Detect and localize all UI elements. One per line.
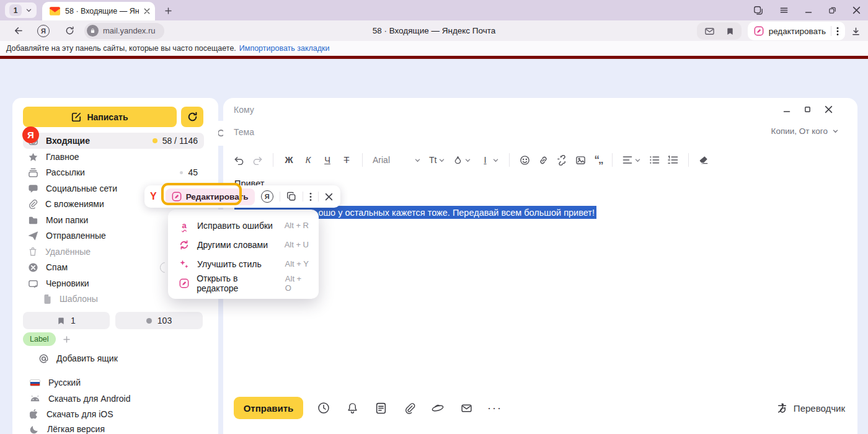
chevron-down-icon — [832, 128, 839, 135]
kebab-icon[interactable] — [309, 192, 312, 202]
menu-item-rephrase[interactable]: Другими словами Alt + U — [168, 235, 319, 254]
light-version-link[interactable]: Лёгкая версия — [30, 422, 105, 434]
yandex-browser-icon[interactable]: Я — [35, 25, 52, 37]
panels-icon[interactable] — [753, 6, 763, 16]
add-mailbox[interactable]: Добавить ящик — [38, 351, 118, 366]
yandex-mail-window: 1 58 · Входящие — Янде Я mail.yandex.ru … — [0, 0, 868, 434]
yandex-search-icon[interactable]: Я — [261, 190, 273, 203]
ios-link[interactable]: Скачать для iOS — [30, 407, 113, 422]
bookmark-icon[interactable] — [726, 27, 734, 35]
compose-button[interactable]: Написать — [23, 107, 177, 127]
ai-edit-button[interactable]: Редактировать — [166, 188, 255, 205]
close-compose-icon[interactable] — [825, 105, 833, 113]
import-bookmarks-link[interactable]: Импортировать закладки — [239, 44, 330, 53]
menu-item-open-editor[interactable]: Открыть в редакторе Alt + O — [168, 273, 319, 293]
font-select[interactable]: Arial — [373, 155, 390, 165]
language-link[interactable]: Русский — [30, 375, 81, 390]
font-chevron-icon[interactable] — [414, 157, 421, 164]
text-color-button[interactable]: I — [479, 155, 499, 165]
folder-newsletters[interactable]: Рассылки 45 — [23, 164, 204, 180]
label-tag[interactable]: Label — [23, 332, 56, 346]
link-icon[interactable] — [538, 155, 549, 166]
formatting-toolbar: Ж К Ч Т Arial Tt I “„ — [234, 149, 709, 171]
download-icon[interactable] — [851, 27, 861, 36]
highlight-color-button[interactable] — [453, 156, 471, 165]
folder-main[interactable]: Главное — [23, 149, 204, 165]
italic-button[interactable]: К — [303, 155, 314, 165]
browser-tab[interactable]: 58 · Входящие — Янде — [42, 2, 155, 20]
unread-counter[interactable]: 103 — [115, 312, 203, 329]
new-tab-button[interactable] — [160, 4, 176, 17]
rephrase-icon — [179, 240, 190, 250]
attach-from-mail-icon[interactable] — [452, 402, 480, 414]
font-size-button[interactable]: Tt — [429, 155, 445, 165]
inbox-count: 58 / 1146 — [162, 136, 198, 146]
add-label-icon[interactable] — [63, 335, 71, 343]
emoji-icon[interactable] — [520, 155, 530, 166]
bookmarks-counter[interactable]: 1 — [23, 312, 110, 329]
notify-icon[interactable] — [338, 402, 366, 414]
attach-file-icon[interactable] — [395, 402, 423, 414]
menu-item-fix-errors[interactable]: а Исправить ошибки Alt + R — [168, 216, 319, 235]
chevron-down-icon[interactable] — [25, 7, 32, 14]
to-field[interactable]: Кому — [234, 105, 254, 115]
strikethrough-button[interactable]: Т — [341, 155, 352, 165]
browser-tab-strip: 1 58 · Входящие — Янде — [0, 0, 868, 20]
window-controls — [753, 0, 861, 20]
mail-check-icon[interactable] — [704, 26, 715, 37]
undo-icon[interactable] — [234, 156, 244, 165]
dot-icon — [146, 318, 152, 324]
close-popup-icon[interactable] — [325, 193, 333, 201]
tab-title: 58 · Входящие — Янде — [65, 7, 139, 16]
disk-attach-icon[interactable] — [423, 402, 452, 414]
edit-badge-icon — [172, 192, 182, 202]
refresh-mail-button[interactable] — [181, 107, 203, 127]
send-button[interactable]: Отправить — [234, 397, 303, 419]
unread-dot — [153, 138, 157, 143]
quote-icon[interactable]: “„ — [594, 154, 602, 166]
address-bar[interactable]: mail.yandex.ru — [84, 23, 164, 39]
minimize-icon[interactable] — [805, 7, 812, 14]
bookmark-small-icon — [57, 317, 65, 325]
menu-item-improve-style[interactable]: Улучшить стиль Alt + Y — [168, 254, 319, 273]
folder-inbox[interactable]: Входящие 58 / 1146 — [23, 133, 204, 149]
popout-icon[interactable] — [804, 106, 811, 113]
restore-icon[interactable] — [828, 6, 836, 14]
browser-edit-pill[interactable]: редактировать — [748, 22, 845, 40]
bold-button[interactable]: Ж — [283, 155, 294, 165]
sparkles-icon — [179, 259, 190, 269]
align-button[interactable] — [622, 156, 641, 164]
image-icon[interactable] — [575, 155, 586, 166]
sent-icon — [28, 231, 38, 241]
kebab-icon[interactable] — [836, 27, 839, 36]
underline-button[interactable]: Ч — [322, 155, 333, 165]
bullet-list-icon[interactable] — [649, 156, 660, 164]
android-icon — [30, 395, 40, 402]
edit-pill-label: редактировать — [769, 27, 826, 36]
schedule-icon[interactable] — [309, 402, 338, 414]
translator-button[interactable]: Переводчик — [776, 402, 845, 414]
page-title: 58 · Входящие — Яндекс Почта — [260, 26, 608, 35]
numbered-list-icon[interactable] — [668, 156, 678, 164]
cc-from-link[interactable]: Копии, От кого — [771, 126, 839, 136]
close-window-icon[interactable] — [852, 6, 861, 14]
menu-icon[interactable] — [779, 6, 789, 15]
redo-icon[interactable] — [252, 156, 263, 165]
more-options-icon[interactable]: ··· — [480, 402, 509, 415]
note-icon[interactable] — [366, 402, 395, 414]
copy-icon[interactable] — [286, 192, 296, 202]
toolbar-group — [697, 22, 742, 40]
eraser-icon[interactable] — [699, 155, 709, 165]
russian-flag-icon — [30, 379, 40, 386]
minimize-compose-icon[interactable] — [783, 106, 790, 113]
refresh-icon[interactable] — [61, 26, 78, 35]
subject-field[interactable]: Тема — [234, 127, 254, 137]
tab-close-icon[interactable] — [144, 8, 150, 14]
star-icon — [28, 152, 38, 162]
android-link[interactable]: Скачать для Android — [30, 391, 130, 406]
unlink-icon[interactable] — [557, 155, 567, 166]
ai-popup-bar: Y Редактировать Я — [144, 185, 340, 208]
back-icon[interactable] — [9, 25, 26, 36]
tab-counter[interactable]: 1 — [5, 2, 37, 18]
folder-icon — [28, 215, 38, 226]
